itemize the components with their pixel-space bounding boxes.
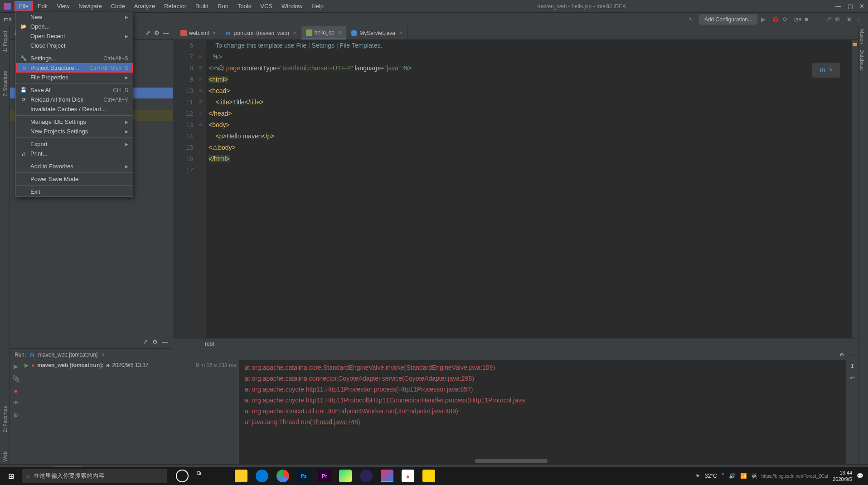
debug-icon[interactable]: 🐞 <box>772 16 779 23</box>
menu-view[interactable]: View <box>52 1 74 11</box>
tab-pom-xml[interactable]: mpom.xml (maven_web)× <box>221 26 301 39</box>
menu-exit[interactable]: Exit <box>16 187 133 196</box>
fold-gutter[interactable]: ⊟⊟⊟⊟⊟⊟⊟ <box>199 40 206 338</box>
menu-print[interactable]: 🖨Print... <box>16 149 133 158</box>
menu-help[interactable]: Help <box>307 1 328 11</box>
close-tab-icon[interactable]: × <box>213 29 216 36</box>
expand-icon[interactable]: ⤢ <box>145 29 150 36</box>
editor-breadcrumb[interactable]: root <box>173 338 858 349</box>
menu-power-save-mode[interactable]: Power Save Mode <box>16 174 133 184</box>
close-tab-icon[interactable]: × <box>293 29 296 36</box>
stripe-database[interactable]: Database <box>858 47 866 73</box>
menu-vcs[interactable]: VCS <box>256 1 277 11</box>
menu-export[interactable]: Export▶ <box>16 139 133 149</box>
menu-save-all[interactable]: 💾Save AllCtrl+S <box>16 85 133 95</box>
editor-inspection-badge[interactable]: m × <box>812 63 840 78</box>
menu-analyze[interactable]: Analyze <box>130 1 160 11</box>
taskbar-search[interactable]: ⌕ 在这里输入你要搜索的内容 <box>22 469 167 483</box>
code-editor[interactable]: 67891011121314151617 ⊟⊟⊟⊟⊟⊟⊟ To change t… <box>173 40 858 338</box>
menu-close-project[interactable]: Close Project <box>16 41 133 50</box>
menu-project-structure[interactable]: ⧈Project Structure...Ctrl+Alt+Shift+S <box>16 63 133 73</box>
maximize-icon[interactable]: ▢ <box>848 3 853 10</box>
stripe-maven[interactable]: Maven <box>858 26 866 47</box>
menu-navigate[interactable]: Navigate <box>74 1 106 11</box>
menu-tools[interactable]: Tools <box>233 1 256 11</box>
close-icon[interactable]: ✕ <box>859 3 864 10</box>
menu-run[interactable]: Run <box>213 1 233 11</box>
run-play-icon[interactable]: ▶ <box>761 16 768 23</box>
notifications-icon[interactable]: 💬 <box>857 473 863 479</box>
run-console[interactable]: at org.apache.catalina.core.StandardEngi… <box>239 360 846 464</box>
menu-file-properties[interactable]: File Properties▶ <box>16 73 133 82</box>
menu-file[interactable]: File <box>15 1 33 11</box>
task-view-icon[interactable]: ⧉ <box>197 470 209 482</box>
search-everywhere-icon[interactable]: ⧉ <box>835 16 843 23</box>
matlab-icon[interactable]: ▲ <box>402 470 414 482</box>
soft-wrap-icon[interactable]: ↩ <box>850 374 855 381</box>
hide-panel-icon[interactable]: — <box>163 29 169 36</box>
close-tab-icon[interactable]: × <box>399 29 402 36</box>
stripe-web[interactable]: Web <box>1 449 9 464</box>
menu-reload-from-disk[interactable]: ⟳Reload All from DiskCtrl+Alt+Y <box>16 95 133 104</box>
add-configuration-button[interactable]: Add Configuration... <box>699 15 757 24</box>
tray-chevron-up-icon[interactable]: ˄ <box>722 473 724 479</box>
tab-myservlet-java[interactable]: MyServlet.java× <box>346 26 407 39</box>
search-icon[interactable]: ⌕ <box>857 16 864 23</box>
attach-icon[interactable]: 📎 <box>12 375 19 382</box>
wifi-icon[interactable]: 📶 <box>740 473 747 479</box>
menu-open[interactable]: 📂Open... <box>16 22 133 31</box>
menu-new[interactable]: New▶ <box>16 12 133 22</box>
menu-window[interactable]: Window <box>277 1 307 11</box>
menu-open-recent[interactable]: Open Recent▶ <box>16 31 133 41</box>
breadcrumb-root[interactable]: ma <box>4 16 12 23</box>
build-hammer-icon[interactable]: ↖ <box>689 16 696 23</box>
tab-web-xml[interactable]: web.xml× <box>176 26 221 39</box>
gear-icon[interactable]: ⚙ <box>154 29 160 36</box>
run-config-name[interactable]: maven_web [tomcat:run] <box>38 352 97 358</box>
hide-panel-icon[interactable]: — <box>162 338 168 345</box>
stripe-structure[interactable]: 7: Structure <box>1 68 9 99</box>
chrome-icon[interactable] <box>276 470 289 482</box>
profile-icon[interactable]: ◔▾ <box>794 16 801 23</box>
code-content[interactable]: To change this template use File | Setti… <box>206 40 858 338</box>
start-button[interactable]: ⊞ <box>0 467 22 485</box>
tab-hello-jsp[interactable]: hello.jsp× <box>301 26 347 39</box>
hide-panel-icon[interactable]: — <box>848 352 853 358</box>
weather-icon[interactable]: ☀ <box>695 473 700 479</box>
volume-icon[interactable]: 🔊 <box>729 473 736 479</box>
intellij-taskbar-icon[interactable] <box>381 470 393 482</box>
quick-access-icon[interactable]: ▣ <box>846 16 853 23</box>
edge-icon[interactable] <box>256 470 268 482</box>
stop-icon[interactable]: ■ <box>805 16 812 23</box>
menu-refactor[interactable]: Refactor <box>160 1 191 11</box>
potplayer-icon[interactable] <box>422 470 435 482</box>
menu-invalidate-caches[interactable]: Invalidate Caches / Restart... <box>16 104 133 114</box>
menu-edit[interactable]: Edit <box>33 1 52 11</box>
watch-icon[interactable]: 👁 <box>13 400 19 407</box>
menu-add-to-favorites[interactable]: Add to Favorites▶ <box>16 162 133 171</box>
expand-icon[interactable]: ⤢ <box>143 338 148 345</box>
premiere-icon[interactable]: Pr <box>318 470 331 482</box>
stop-run-icon[interactable]: ■ <box>14 387 18 394</box>
editor-scrollbar[interactable] <box>852 40 858 338</box>
scroll-to-end-icon[interactable]: ↧ <box>850 363 855 370</box>
cortana-icon[interactable] <box>176 470 189 482</box>
ime-indicator[interactable]: 英 <box>752 472 757 480</box>
menu-code[interactable]: Code <box>107 1 130 11</box>
horizontal-scrollbar[interactable] <box>475 459 548 463</box>
close-run-tab-icon[interactable]: × <box>101 352 104 358</box>
gear-icon[interactable]: ⚙ <box>152 338 158 345</box>
file-explorer-icon[interactable] <box>235 470 247 482</box>
stripe-favorites[interactable]: 2: Favorites <box>1 403 9 435</box>
menu-manage-ide-settings[interactable]: Manage IDE Settings▶ <box>16 117 133 127</box>
coverage-icon[interactable]: ⟳ <box>783 16 790 23</box>
eclipse-icon[interactable] <box>360 470 373 482</box>
photoshop-icon[interactable]: Ps <box>297 470 310 482</box>
close-badge-icon[interactable]: × <box>829 64 833 76</box>
menu-new-projects-settings[interactable]: New Projects Settings▶ <box>16 127 133 136</box>
menu-build[interactable]: Build <box>191 1 213 11</box>
tray-clock[interactable]: 13:44 2020/9/5 <box>833 470 852 482</box>
pycharm-icon[interactable] <box>339 470 352 482</box>
run-tree[interactable]: ▶ ● maven_web [tomcat:run]: at 2020/9/5 … <box>22 360 239 464</box>
rerun-icon[interactable]: ▶ <box>14 363 18 370</box>
